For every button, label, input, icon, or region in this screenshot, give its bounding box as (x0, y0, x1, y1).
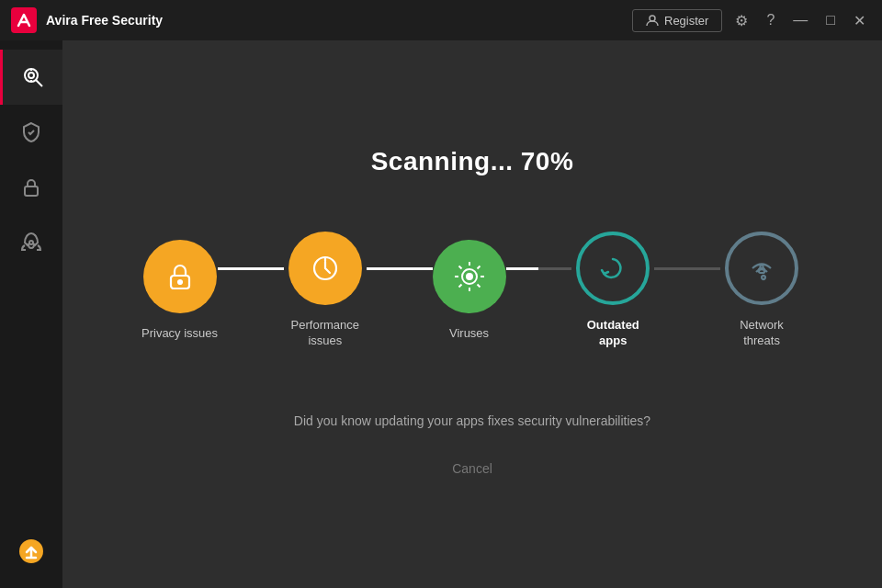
svg-rect-0 (11, 7, 37, 33)
svg-line-24 (458, 284, 461, 287)
svg-rect-7 (25, 187, 38, 196)
svg-line-23 (477, 266, 480, 268)
step-performance-label: Performance issues (284, 318, 367, 349)
performance-icon (308, 251, 343, 286)
avira-logo (11, 7, 37, 33)
cancel-button[interactable]: Cancel (434, 456, 511, 481)
scan-steps: Privacy issues Performance issues (141, 232, 803, 349)
svg-point-16 (467, 274, 472, 279)
minimize-button[interactable]: — (787, 8, 813, 32)
svg-rect-25 (759, 268, 764, 273)
scan-icon (21, 65, 45, 89)
step-privacy-circle (143, 240, 217, 313)
connector-2 (367, 267, 433, 270)
step-network-circle (725, 232, 798, 305)
lock-icon (21, 177, 41, 198)
step-viruses-circle (433, 240, 506, 313)
svg-point-1 (650, 16, 655, 21)
connector-3 (506, 267, 572, 270)
virus-icon (451, 258, 488, 295)
sidebar-item-protection[interactable] (0, 105, 62, 160)
info-text: Did you know updating your apps fixes se… (294, 413, 650, 428)
update-icon (18, 538, 44, 564)
app-title: Avira Free Security (46, 13, 632, 28)
wifi-lock-icon (743, 250, 780, 287)
rocket-icon (20, 232, 42, 254)
connector-4 (654, 267, 720, 270)
svg-line-22 (477, 284, 480, 287)
step-outdated-label: Outdated apps (571, 318, 654, 349)
close-button[interactable]: ✕ (848, 8, 871, 33)
help-button[interactable]: ? (761, 8, 780, 32)
svg-point-8 (29, 241, 33, 244)
maximize-button[interactable]: □ (820, 8, 841, 32)
scanning-status: Scanning... 70% (371, 147, 574, 176)
step-performance: Performance issues (284, 232, 367, 349)
svg-point-12 (178, 280, 182, 284)
step-viruses: Viruses (433, 240, 506, 342)
sidebar-item-update[interactable] (0, 524, 62, 579)
svg-point-2 (25, 69, 38, 82)
step-network: Network threats (720, 232, 803, 349)
step-privacy: Privacy issues (141, 240, 218, 342)
main-layout: Scanning... 70% Privacy issues (0, 40, 882, 588)
sidebar-item-privacy[interactable] (0, 160, 62, 215)
step-network-label: Network threats (720, 318, 803, 349)
shield-check-icon (20, 121, 42, 143)
step-privacy-label: Privacy issues (141, 326, 218, 342)
step-outdated: Outdated apps (571, 232, 654, 349)
step-viruses-label: Viruses (449, 326, 489, 342)
svg-point-4 (28, 73, 34, 78)
sidebar-item-scan[interactable] (0, 50, 62, 105)
step-performance-circle (288, 232, 362, 305)
sidebar-item-performance[interactable] (0, 215, 62, 270)
titlebar: Avira Free Security Register ⚙ ? — □ ✕ (0, 0, 882, 40)
settings-button[interactable]: ⚙ (729, 8, 753, 33)
privacy-icon (163, 259, 198, 294)
step-outdated-circle (576, 232, 650, 305)
main-content: Scanning... 70% Privacy issues (62, 40, 882, 588)
connector-1 (218, 267, 284, 270)
svg-line-3 (36, 80, 42, 86)
register-button[interactable]: Register (632, 9, 722, 32)
user-icon (646, 14, 659, 27)
sidebar-bottom (0, 524, 62, 579)
sidebar (0, 40, 62, 588)
refresh-icon (594, 250, 631, 287)
svg-line-21 (458, 266, 461, 268)
window-controls: Register ⚙ ? — □ ✕ (632, 8, 871, 33)
